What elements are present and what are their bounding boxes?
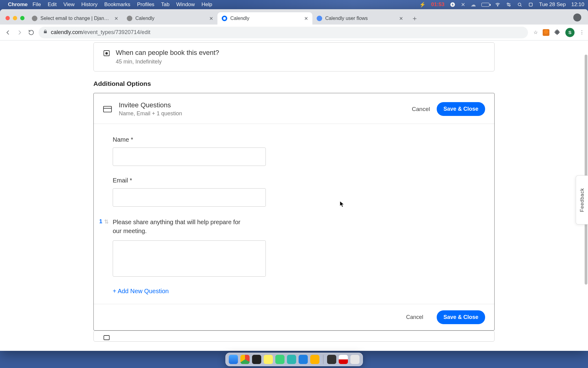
dock-chrome[interactable]: [240, 355, 250, 364]
menubar-app-name[interactable]: Chrome: [8, 2, 28, 8]
name-input[interactable]: [113, 148, 266, 166]
menu-help[interactable]: Help: [202, 2, 212, 8]
status-charge-icon[interactable]: ⚡: [419, 2, 426, 8]
tab-close-icon[interactable]: ✕: [114, 16, 118, 21]
menu-bookmarks[interactable]: Bookmarks: [104, 2, 130, 8]
chrome-menu-icon[interactable]: ⋮: [579, 29, 584, 35]
window-zoom-button[interactable]: [20, 16, 24, 20]
question-1-text: Please share anything that will help pre…: [113, 218, 247, 236]
email-label: Email *: [113, 177, 475, 184]
back-button[interactable]: [4, 28, 12, 37]
favicon-generic-icon: [32, 16, 37, 21]
tab-title: Calendly: [230, 16, 301, 21]
dock-app-flag[interactable]: [339, 355, 348, 364]
forward-button[interactable]: [15, 28, 24, 37]
dock-app-bolt[interactable]: [310, 355, 319, 364]
save-close-button-bottom[interactable]: Save & Close: [437, 310, 485, 324]
dock-app-teal[interactable]: [287, 355, 296, 364]
wifi-icon[interactable]: [495, 2, 500, 7]
menubar-clock[interactable]: 12:10: [571, 2, 584, 8]
favicon-pageflows-icon: [317, 16, 322, 21]
dock: [225, 353, 363, 366]
tab-close-icon[interactable]: ✕: [209, 16, 213, 21]
question-number: 1: [99, 218, 102, 225]
menu-window[interactable]: Window: [176, 2, 195, 8]
address-bar[interactable]: calendly.com/event_types/73920714/edit: [39, 27, 528, 38]
dock-trash[interactable]: [350, 355, 360, 364]
new-tab-button[interactable]: ＋: [410, 13, 420, 23]
svg-point-7: [106, 52, 107, 54]
menu-profiles[interactable]: Profiles: [137, 2, 154, 8]
field-question-1: 1 ⇅ Please share anything that will help…: [113, 218, 475, 277]
dock-app-green[interactable]: [275, 355, 285, 364]
tab-django-admin[interactable]: Select email to change | Djang… ✕: [28, 12, 123, 25]
siri-icon[interactable]: [528, 2, 533, 7]
section-additional-options: Additional Options: [93, 80, 495, 87]
status-bolt-icon[interactable]: [450, 2, 455, 7]
dock-app-blue[interactable]: [299, 355, 308, 364]
profile-avatar[interactable]: S: [565, 28, 575, 37]
tab-title: Calendly user flows: [325, 16, 396, 21]
tab-calendly-active[interactable]: Calendly ✕: [217, 12, 312, 25]
tab-close-icon[interactable]: ✕: [399, 16, 403, 21]
menubar-date[interactable]: Tue 28 Sep: [539, 2, 566, 8]
email-input[interactable]: [113, 188, 266, 207]
lock-icon: [43, 29, 48, 36]
status-x-icon[interactable]: ✕: [461, 2, 465, 8]
tab-title: Select email to change | Djang…: [40, 16, 111, 21]
svg-point-4: [518, 3, 521, 6]
cancel-button-bottom[interactable]: Cancel: [406, 314, 423, 320]
menu-tab[interactable]: Tab: [161, 2, 169, 8]
dock-finder[interactable]: [229, 355, 238, 364]
spotlight-icon[interactable]: [517, 2, 522, 7]
svg-rect-5: [529, 3, 533, 6]
svg-rect-8: [104, 106, 111, 112]
profile-indicator-icon[interactable]: [573, 13, 581, 21]
bookmark-star-icon[interactable]: ☆: [533, 29, 538, 35]
window-minimize-button[interactable]: [13, 16, 17, 20]
favicon-calendly-icon: [222, 16, 227, 21]
tab-calendly-user-flows[interactable]: Calendly user flows ✕: [312, 12, 407, 25]
invitee-questions-header: Invitee Questions Name, Email + 1 questi…: [94, 93, 494, 124]
when-card[interactable]: When can people book this event? 45 min,…: [93, 42, 495, 71]
cancel-button-top[interactable]: Cancel: [412, 106, 430, 113]
tab-calendly-1[interactable]: Calendly ✕: [123, 12, 217, 25]
menu-view[interactable]: View: [63, 2, 75, 8]
favicon-generic-icon: [127, 16, 132, 21]
menu-file[interactable]: File: [32, 2, 41, 8]
dock-notes[interactable]: [264, 355, 273, 364]
chrome-window: Select email to change | Djang… ✕ Calend…: [0, 9, 588, 351]
dock-wrap: [0, 353, 588, 366]
dock-separator: [323, 355, 323, 364]
feedback-label: Feedback: [579, 188, 585, 212]
invitee-questions-card: Invitee Questions Name, Email + 1 questi…: [93, 93, 495, 331]
save-close-button-top[interactable]: Save & Close: [437, 102, 485, 116]
name-label: Name *: [113, 136, 475, 143]
dock-app-dark[interactable]: [327, 355, 336, 364]
metamask-extension-icon[interactable]: [543, 29, 549, 36]
window-controls: [2, 16, 28, 25]
question-1-input[interactable]: [113, 240, 266, 277]
next-card-peek[interactable]: [93, 331, 495, 342]
when-card-subtitle: 45 min, Indefinitely: [116, 59, 486, 65]
invitee-questions-subtitle: Name, Email + 1 question: [119, 110, 412, 117]
battery-icon[interactable]: [481, 3, 489, 7]
feedback-tab[interactable]: Feedback: [576, 175, 588, 224]
dock-terminal[interactable]: [252, 355, 261, 364]
svg-point-2: [507, 3, 509, 5]
menu-edit[interactable]: Edit: [48, 2, 57, 8]
status-cloud-icon[interactable]: ☁︎: [471, 2, 476, 8]
reload-button[interactable]: [27, 28, 36, 37]
scrollbar-thumb[interactable]: [585, 55, 587, 285]
field-email: Email *: [113, 177, 475, 207]
control-center-icon[interactable]: [506, 2, 511, 7]
window-close-button[interactable]: [6, 16, 10, 20]
extensions-icon[interactable]: [554, 29, 560, 36]
page: When can people book this event? 45 min,…: [0, 40, 588, 351]
tab-close-icon[interactable]: ✕: [304, 16, 308, 21]
add-new-question-link[interactable]: + Add New Question: [113, 288, 475, 295]
field-name: Name *: [113, 136, 475, 166]
drag-handle-icon[interactable]: ⇅: [104, 218, 109, 225]
menu-history[interactable]: History: [81, 2, 97, 8]
status-charge-time: 01:53: [431, 2, 444, 8]
